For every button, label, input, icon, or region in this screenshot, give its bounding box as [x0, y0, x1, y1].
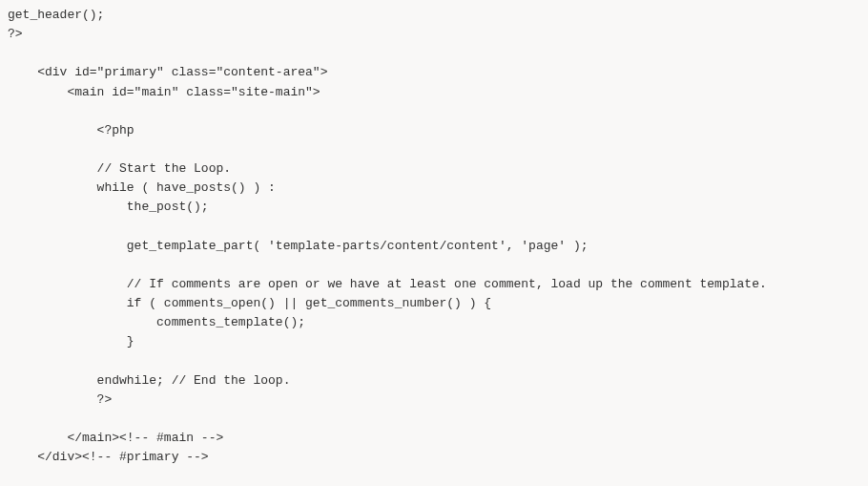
code-block: get_header(); ?> <div id="primary" class… — [0, 0, 868, 486]
